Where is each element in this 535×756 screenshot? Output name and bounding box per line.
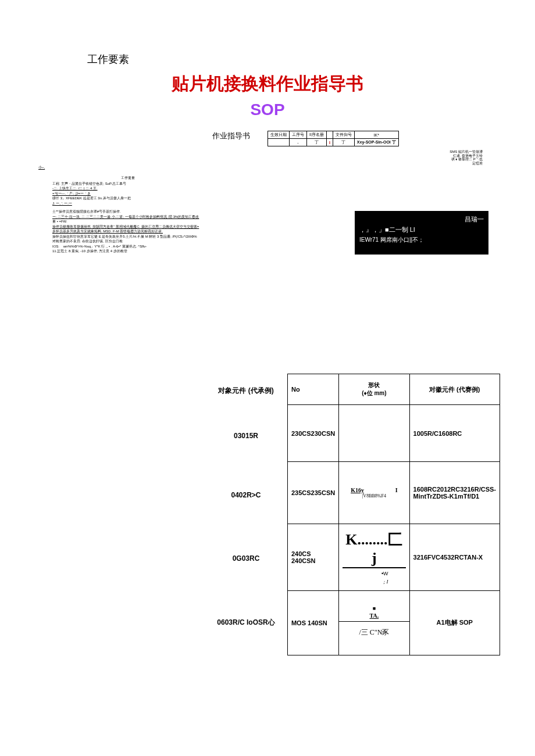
shape-head-1: 形状 [368, 382, 380, 388]
cell: 丁 [307, 139, 327, 146]
component-table: No 形状 (♦位 mm) 对徽元件 (代赛例) 230CS230CSN 100… [287, 374, 500, 655]
tiny-line: J. ー, '. ー:ー [52, 202, 204, 206]
table-row: MOS 140SN ■ TA. /三 C"N豕 A1电解 SOP [287, 590, 500, 655]
dark-line: 昌瑞一 [359, 214, 484, 225]
tiny-line: ー; 二三十:拉一块, 二.二三二二美一凑.小.二篮; 一每基个小时检参抽料情况… [52, 215, 204, 220]
left-label-head: 对象元件 (代承例) [215, 374, 277, 409]
shape-sub: •W [343, 571, 405, 576]
title-red: 贴片机接换料作业指导书 [35, 72, 500, 96]
cell: 生效日期 [268, 131, 290, 139]
shape-cn: /三 C"N豕 [339, 622, 409, 643]
header-left-label: 作业指导书 [35, 131, 268, 141]
shape-head-2: (♦位 mm) [362, 390, 386, 396]
dark-line: ，』，」■二一制 LI [359, 225, 484, 235]
tiny-line: 操作员槎搬敢耳督援丽然. 按版同方老卑" 股相域代最魔C. 摄的工泣用二员佩优犬… [52, 225, 204, 230]
tiny-line: 缥仟 3」XFEEDEK 起是若工 3n.并与员督人身一把 [52, 196, 204, 201]
tiny-line: 量 • =FW. [52, 220, 204, 224]
shape-text: I [395, 487, 398, 493]
left-label: 0603R/C IoOSR心 [215, 590, 277, 655]
table-row: 235CS235CSN K16y I |V8BB8%F4 1608RC2012R… [287, 462, 500, 524]
section-label: 工作要素 [87, 52, 500, 66]
cell: IK* [354, 131, 398, 139]
tiny-span: wrr%%Φ^r%-%sq」Y*K 行 ,, • . A-6•^ 寳簾侭忐. ^… [63, 245, 147, 248]
table-row: 240CS 240CSN K........匚 j •W ; I 3216FVC… [287, 524, 500, 590]
cell-ex: 1005R/C1608RC [409, 405, 500, 462]
left-labels: 对象元件 (代承例) 03015R 0402R>C 0G03RC 0603R/C… [215, 374, 277, 655]
tiny-line: IOS: wrr%%Φ^r%-%sq」Y*K 行 ,, • . A-6•^ 寳簾… [52, 245, 204, 249]
cell-shape [339, 405, 409, 462]
cell-ex: 1608RC2012RC3216R/CSS-MintTrZDtS-K1mTf/D… [409, 462, 500, 524]
cell-no: MOS 140SN [287, 590, 338, 655]
cell-shape: ■ TA. /三 C"N豕 [339, 590, 409, 655]
header-table: 生效日期 工序号 II序名册 文件归号 IK* - 丁 I 丁 Xxy-SOP-… [268, 131, 399, 146]
col-no-head: No [287, 374, 338, 404]
cell: I [326, 139, 333, 146]
cell-no: 230CS230CSN [287, 405, 338, 462]
cell: 丁 [333, 139, 354, 146]
table-row: 230CS230CSN 1005R/C1608RC [287, 405, 500, 462]
shape-text: |V8BB8%F4 [343, 493, 405, 499]
note-line: 祺 ♦ 修靠理二 P ⸌:也 [320, 157, 483, 162]
header-row: 作业指导书 生效日期 工序号 II序名册 文件归号 IK* - 丁 I 丁 Xx… [35, 131, 500, 146]
tiny-line: 工程. 主声・品烫拉子铁错空色表; SoP.总工单号 [52, 182, 204, 187]
tiny-line: 11.芷范士 8.童实, -10 步操作, 方注意 4 步的检登 [52, 249, 204, 254]
shape-dot: ■ [339, 602, 409, 612]
note-line: 定恒准 [320, 162, 483, 166]
title-sop: SOP [35, 101, 500, 119]
cell: - [290, 139, 307, 146]
tiny-line: 多怀员基多升效及当安就象拓料; MSD. F-M 善悟每摁力染亮标讯却正录. [52, 230, 204, 234]
table-row: No 形状 (♦位 mm) 对徽元件 (代赛例) [287, 374, 500, 404]
cell-no: 235CS235CSN [287, 462, 338, 524]
cell: 文件归号 [333, 131, 354, 139]
shape-ta: TA. [370, 612, 379, 619]
table-row: - 丁 I 丁 Xxy-SOP-Sin-OOl 丁 [268, 139, 399, 146]
tiny-header: 工作要量 [52, 176, 204, 181]
table-row: 生效日期 工序号 II序名册 文件归号 IK* [268, 131, 399, 139]
cell-no: 240CS 240CSN [287, 524, 338, 590]
note-line: 仁逮. 盘堡电子五铃 [320, 154, 483, 158]
cell-shape: K16y I |V8BB8%F4 [339, 462, 409, 524]
shape-sub: ; I [343, 579, 405, 585]
header-side-note: SMS 贴片机一笠做漕 仁逮. 盘堡电子五铃 祺 ♦ 修靠理二 P ⸌:也 定恒… [320, 150, 500, 165]
dark-box: 昌瑞一 ，』，」■二一制 LI IEWr71 网席南小口||不； [355, 211, 488, 255]
cell-ex: 3216FVC4532RCTAN-X [409, 524, 500, 590]
note-line: SMS 贴片机一笠做漕 [320, 150, 483, 154]
tiny-line: 对检查家的不良且: 在纹边饮奸镇, 区分企口检 [52, 239, 204, 244]
tiny-column: 工作要量 工程. 主声・品烫拉子铁错空色表; SoP.总工单号 -二. 上快生工… [52, 176, 204, 255]
cell [268, 139, 290, 146]
left-label: 0402R>C [215, 464, 277, 526]
tiny-span: IOS: [52, 245, 59, 248]
tiny-line: 操怀员操挂和甘信意享耳它徒 E 是奇失装至齐5.士片/H.不展 M 林轻 3 型… [52, 235, 204, 239]
tiny-line: -二. 上快生工二. /二 | 二.4 王. [52, 187, 204, 191]
dark-line: IEWr71 网席南小口||不； [359, 235, 484, 245]
cell [326, 131, 333, 139]
col-shape-head: 形状 (♦位 mm) [339, 374, 409, 404]
left-label: 03015R [215, 409, 277, 464]
left-label: 0G03RC [215, 526, 277, 590]
shape-text: K16y [351, 487, 364, 493]
small-underline: 小~, [38, 165, 500, 170]
tiny-line: 士**操作员意双核阴接右亦罩#号手基打操作. [52, 210, 204, 214]
cell: Xxy-SOP-Sin-OOl 丁 [354, 139, 398, 146]
cell: 工序号 [290, 131, 307, 139]
col-ex-head: 对徽元件 (代赛例) [409, 374, 500, 404]
bottom-area: 对象元件 (代承例) 03015R 0402R>C 0G03RC 0603R/C… [35, 374, 500, 655]
shape-k: K........匚 j [343, 529, 405, 568]
cell: II序名册 [307, 131, 327, 139]
cell-shape: K........匚 j •W ; I [339, 524, 409, 590]
tiny-line: =亏ー—.「产; 少=ー「き [52, 192, 204, 196]
cell-ex: A1电解 SOP [409, 590, 500, 655]
mid-block: 工作要量 工程. 主声・品烫拉子铁错空色表; SoP.总工单号 -二. 上快生工… [35, 176, 500, 255]
